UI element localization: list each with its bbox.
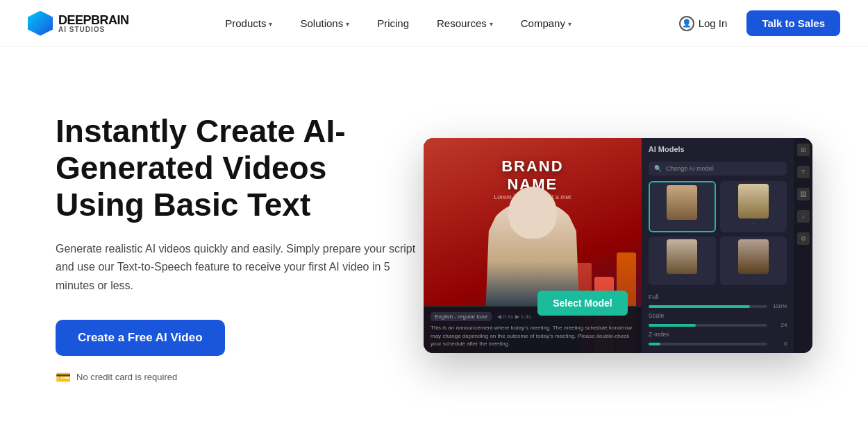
- model-grid: · · · ·: [649, 181, 787, 285]
- language-badge: English - regular tone: [431, 312, 492, 321]
- panel-sliders: Full 100% Scale 24 Z-index 0: [649, 293, 787, 350]
- panel-icon-4[interactable]: ♪: [797, 210, 810, 223]
- nav-resources[interactable]: Resources ▾: [426, 12, 504, 35]
- slider-zindex[interactable]: 0: [649, 341, 787, 347]
- no-credit-note: 💳 No credit card is required: [56, 370, 417, 385]
- panel-icon-1[interactable]: ⊞: [797, 144, 810, 156]
- panel-icon-2[interactable]: T: [797, 166, 810, 178]
- model-card-3[interactable]: ·: [649, 237, 716, 285]
- model-avatar-1: [667, 185, 697, 220]
- panel-title: AI Models: [649, 145, 787, 153]
- ai-avatar-head: [508, 187, 557, 239]
- scale-label: Scale: [649, 312, 787, 319]
- hero-description: Generate realistic AI videos quickly and…: [56, 240, 417, 295]
- mockup-video-area: BRAND NAME Lorem ipsum dolor sit a met E…: [424, 138, 642, 353]
- model-search[interactable]: 🔍 Change AI model: [649, 162, 787, 175]
- user-icon: 👤: [679, 16, 694, 31]
- hero-section: Instantly Create AI-Generated Videos Usi…: [0, 47, 868, 437]
- logo-brand: DEEPBRAIN: [58, 14, 129, 26]
- nav-pricing[interactable]: Pricing: [366, 12, 420, 35]
- nav-products[interactable]: Products ▾: [214, 12, 283, 35]
- nav-company[interactable]: Company ▾: [510, 12, 583, 35]
- panel-icon-5[interactable]: ⚙: [797, 232, 810, 245]
- logo-sub: AI STUDIOS: [58, 26, 129, 33]
- model-avatar-3: [667, 239, 697, 274]
- logo-text: DEEPBRAIN AI STUDIOS: [58, 14, 129, 33]
- login-button[interactable]: 👤 Log In: [668, 10, 739, 37]
- model-card-2[interactable]: ·: [720, 181, 787, 232]
- chevron-down-icon: ▾: [568, 20, 571, 28]
- select-model-button[interactable]: Select Model: [537, 291, 628, 316]
- logo[interactable]: DEEPBRAIN AI STUDIOS: [28, 11, 129, 36]
- talk-to-sales-button[interactable]: Talk to Sales: [746, 10, 840, 36]
- slider-full[interactable]: 100%: [649, 303, 787, 309]
- navbar: DEEPBRAIN AI STUDIOS Products ▾ Solution…: [0, 0, 868, 47]
- create-free-video-button[interactable]: Create a Free AI Video: [56, 320, 225, 356]
- nav-solutions[interactable]: Solutions ▾: [289, 12, 360, 35]
- slider-scale[interactable]: 24: [649, 322, 787, 328]
- nav-actions: 👤 Log In Talk to Sales: [668, 10, 840, 37]
- model-card-4[interactable]: ·: [720, 237, 787, 285]
- chevron-down-icon: ▾: [346, 20, 349, 28]
- model-avatar-2: [738, 184, 769, 218]
- panel-icon-strip: ⊞ T 🖼 ♪ ⚙: [794, 138, 812, 353]
- full-label: Full: [649, 293, 787, 300]
- chevron-down-icon: ▾: [490, 20, 493, 28]
- model-avatar-4: [738, 239, 769, 274]
- zindex-label: Z-index: [649, 331, 787, 338]
- credit-card-icon: 💳: [56, 370, 71, 385]
- mockup-container: BRAND NAME Lorem ipsum dolor sit a met E…: [424, 138, 812, 353]
- logo-icon: [28, 11, 53, 36]
- search-placeholder: Change AI model: [666, 165, 714, 172]
- model-card-1[interactable]: ·: [649, 181, 716, 232]
- nav-links: Products ▾ Solutions ▾ Pricing Resources…: [214, 12, 583, 35]
- hero-left: Instantly Create AI-Generated Videos Usi…: [56, 113, 417, 385]
- hero-title: Instantly Create AI-Generated Videos Usi…: [56, 113, 417, 223]
- chevron-down-icon: ▾: [269, 20, 272, 28]
- panel-icon-3[interactable]: 🖼: [797, 188, 810, 200]
- hero-mockup: BRAND NAME Lorem ipsum dolor sit a met E…: [424, 138, 812, 360]
- script-text: This is an announcement where today's me…: [431, 324, 635, 348]
- mockup-panel: AI Models 🔍 Change AI model · ·: [642, 138, 794, 353]
